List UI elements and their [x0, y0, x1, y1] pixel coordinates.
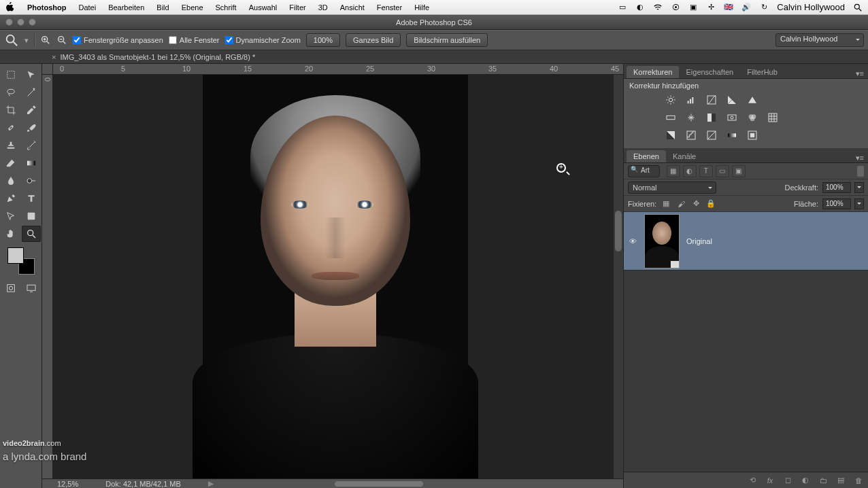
marquee-tool[interactable] [1, 67, 20, 83]
display-icon[interactable]: ▭ [618, 3, 627, 12]
layers-panel-menu-icon[interactable]: ▾≡ [852, 154, 868, 162]
fit-all-button[interactable]: Ganzes Bild [346, 33, 401, 47]
scrollbar-horizontal[interactable] [335, 481, 528, 487]
fill-screen-button[interactable]: Bildschirm ausfüllen [406, 33, 488, 47]
ruler-corner[interactable] [42, 64, 53, 75]
zoom-100-button[interactable]: 100% [306, 33, 340, 47]
volume-icon[interactable]: 🔊 [741, 3, 751, 12]
scrollbar-vertical[interactable] [614, 75, 623, 478]
selective-color-icon[interactable] [745, 128, 760, 143]
canvas[interactable] [53, 75, 623, 478]
move-tool[interactable] [22, 67, 41, 83]
tab-close-icon[interactable]: × [52, 53, 56, 61]
zoom-tool[interactable] [22, 226, 41, 242]
levels-icon[interactable] [684, 92, 699, 107]
filter-smart-icon[interactable]: ▣ [732, 165, 746, 177]
brightness-contrast-icon[interactable] [663, 92, 678, 107]
dynamic-zoom-checkbox[interactable]: Dynamischer Zoom [225, 36, 301, 44]
layer-name[interactable]: Original [686, 237, 712, 245]
opacity-input[interactable] [822, 182, 851, 193]
lasso-tool[interactable] [1, 84, 20, 101]
layer-visibility-icon[interactable]: 👁 [624, 237, 641, 245]
lock-transparency-icon[interactable]: ▦ [661, 198, 671, 209]
photo-filter-icon[interactable] [724, 110, 739, 125]
menubar-user[interactable]: Calvin Hollywood [777, 2, 845, 12]
filter-adjust-icon[interactable]: ◐ [683, 165, 697, 177]
menu-fenster[interactable]: Fenster [377, 3, 402, 12]
zoom-out-icon[interactable] [56, 35, 67, 46]
flag-icon[interactable]: 🇬🇧 [724, 3, 733, 12]
tab-korrekturen[interactable]: Korrekturen [627, 66, 679, 78]
menu-ebene[interactable]: Ebene [182, 3, 203, 12]
ruler-vertical[interactable]: 0 [42, 75, 53, 478]
shape-tool[interactable] [22, 208, 41, 224]
layer-row[interactable]: 👁 Original [624, 212, 868, 271]
stamp-tool[interactable] [1, 137, 20, 154]
tab-eigenschaften[interactable]: Eigenschaften [679, 66, 740, 78]
spotlight-icon[interactable] [853, 3, 863, 12]
adjustments-panel-menu-icon[interactable]: ▾≡ [852, 69, 868, 78]
fill-input[interactable] [822, 198, 851, 209]
color-balance-icon[interactable] [684, 110, 699, 125]
menu-ansicht[interactable]: Ansicht [340, 3, 365, 12]
gradient-map-icon[interactable] [724, 128, 739, 143]
menu-auswahl[interactable]: Auswahl [249, 3, 278, 12]
eraser-tool[interactable] [1, 155, 20, 171]
text-tool[interactable] [22, 190, 41, 207]
blend-mode-select[interactable]: Normal [628, 181, 716, 194]
hand-tool[interactable] [1, 226, 20, 242]
doc-tab-title[interactable]: IMG_3403 als Smartobjekt-1 bei 12,5% (Or… [60, 53, 255, 61]
timemachine-icon[interactable]: ◐ [635, 3, 645, 12]
lock-pixels-icon[interactable]: 🖌 [675, 198, 686, 209]
workspace-switcher[interactable]: Calvin Hollywood [775, 33, 864, 47]
brush-tool[interactable] [22, 120, 41, 136]
healing-tool[interactable] [1, 120, 20, 136]
exposure-icon[interactable] [724, 92, 739, 107]
layer-thumbnail[interactable] [644, 214, 680, 268]
sync-icon[interactable]: ↻ [759, 3, 769, 12]
vibrance-icon[interactable] [745, 92, 760, 107]
menu-bild[interactable]: Bild [156, 3, 169, 12]
adjustment-layer-icon[interactable]: ◐ [800, 475, 811, 486]
status-docsize[interactable]: Dok: 42,1 MB/42,1 MB [105, 480, 181, 488]
menu-filter[interactable]: Filter [289, 3, 305, 12]
filter-shape-icon[interactable]: ▭ [716, 165, 729, 177]
workspace-name[interactable]: Calvin Hollywood [775, 33, 864, 47]
wifi-icon[interactable] [653, 3, 663, 12]
layer-fx-icon[interactable]: fx [765, 475, 775, 486]
history-brush-tool[interactable] [22, 137, 41, 154]
blur-tool[interactable] [1, 173, 20, 189]
opacity-drop-icon[interactable] [854, 182, 864, 193]
menu-schrift[interactable]: Schrift [216, 3, 237, 12]
menu-3d[interactable]: 3D [318, 3, 328, 12]
layer-mask-icon[interactable]: ◻ [782, 475, 793, 486]
bw-icon[interactable] [704, 110, 719, 125]
crop-tool[interactable] [1, 102, 20, 118]
menu-datei[interactable]: Datei [78, 3, 96, 12]
new-layer-icon[interactable]: ▤ [835, 475, 846, 486]
tab-kanaele[interactable]: Kanäle [666, 150, 703, 162]
pen-tool[interactable] [1, 190, 20, 207]
tab-ebenen[interactable]: Ebenen [627, 150, 666, 162]
link-layers-icon[interactable]: ⟲ [747, 475, 758, 486]
layer-filter-kind[interactable]: Art [628, 165, 660, 177]
zoom-in-icon[interactable] [40, 35, 51, 46]
menu-bearbeiten[interactable]: Bearbeiten [108, 3, 144, 12]
layer-filter-toggle[interactable] [857, 166, 864, 177]
gradient-tool[interactable] [22, 155, 41, 171]
invert-icon[interactable] [663, 128, 678, 143]
threshold-icon[interactable] [704, 128, 719, 143]
fg-color-swatch[interactable] [7, 247, 24, 264]
bluetooth-icon[interactable]: ⦿ [671, 3, 680, 12]
curves-icon[interactable] [704, 92, 719, 107]
color-lookup-icon[interactable] [765, 110, 780, 125]
ruler-horizontal[interactable]: 0 5 10 15 20 25 30 35 40 45 [53, 64, 623, 75]
fill-drop-icon[interactable] [854, 198, 864, 209]
dodge-tool[interactable] [22, 173, 41, 189]
menu-photoshop[interactable]: Photoshop [27, 3, 66, 12]
posterize-icon[interactable] [684, 128, 699, 143]
filter-pixel-icon[interactable]: ▦ [667, 165, 680, 177]
hue-sat-icon[interactable] [663, 110, 678, 125]
quickmask-tool[interactable] [1, 280, 20, 296]
menu-hilfe[interactable]: Hilfe [414, 3, 429, 12]
